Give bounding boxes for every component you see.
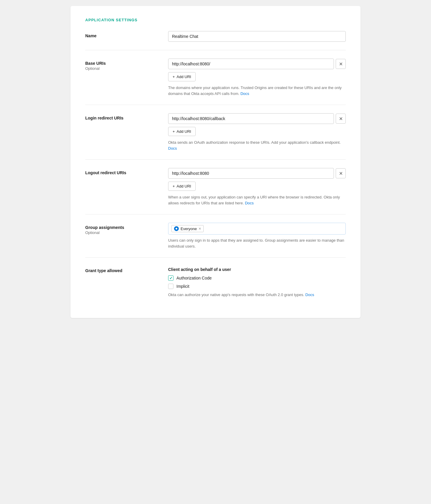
group-assignments-help: Users can only sign in to apps that they… [168,238,346,249]
group-assignments-sublabel: Optional [85,230,168,235]
login-redirect-row: Login redirect URIs ✕ + Add URI Okta sen… [85,113,346,151]
application-settings-card: APPLICATION SETTINGS Name Base URIs Opti… [70,6,361,318]
logout-redirect-input[interactable] [168,168,334,179]
base-uris-sublabel: Optional [85,66,168,71]
login-redirect-label-col: Login redirect URIs [85,113,168,120]
grant-type-help: Okta can authorize your native app's req… [168,292,346,298]
authorization-code-checkbox[interactable]: ✓ [168,275,173,281]
logout-redirect-label: Logout redirect URIs [85,170,168,175]
base-uris-label: Base URIs [85,61,168,66]
authorization-code-row: ✓ Authorization Code [168,275,346,281]
base-uris-add-button[interactable]: + Add URI [168,72,196,81]
grant-type-docs-link[interactable]: Docs [305,293,314,297]
group-assignments-label: Group assignments [85,225,168,230]
logout-redirect-clear-button[interactable]: ✕ [336,168,346,178]
tag-radio-icon [174,226,179,231]
section-title: APPLICATION SETTINGS [85,18,346,22]
login-redirect-control-col: ✕ + Add URI Okta sends an OAuth authoriz… [168,113,346,151]
logout-redirect-control-col: ✕ + Add URI When a user signs out, your … [168,168,346,206]
group-assignments-label-col: Group assignments Optional [85,223,168,235]
implicit-label: Implicit [176,284,189,289]
implicit-checkbox[interactable] [168,284,173,289]
everyone-tag[interactable]: Everyone × [171,225,204,232]
login-redirect-docs-link[interactable]: Docs [168,146,177,151]
logout-redirect-docs-link[interactable]: Docs [245,201,254,205]
name-label-col: Name [85,31,168,38]
login-redirect-label: Login redirect URIs [85,116,168,120]
login-redirect-help: Okta sends an OAuth authorization respon… [168,140,346,151]
name-row: Name [85,31,346,42]
logout-redirect-add-button[interactable]: + Add URI [168,182,196,191]
base-uris-input[interactable] [168,59,334,69]
grant-type-control-col: Client acting on behalf of a user ✓ Auth… [168,266,346,298]
base-uris-help: The domains where your application runs.… [168,85,346,96]
login-redirect-add-label: Add URI [177,129,191,134]
login-redirect-clear-button[interactable]: ✕ [336,114,346,124]
grant-type-group-label: Client acting on behalf of a user [168,267,346,272]
grant-type-row: Grant type allowed Client acting on beha… [85,266,346,298]
logout-redirect-add-label: Add URI [177,184,191,188]
base-uris-docs-link[interactable]: Docs [240,91,249,96]
login-redirect-input[interactable] [168,113,334,124]
login-redirect-input-row: ✕ [168,113,346,124]
grant-type-label-col: Grant type allowed [85,266,168,273]
name-label: Name [85,33,168,38]
group-tag-input[interactable]: Everyone × [168,223,346,235]
grant-type-label: Grant type allowed [85,268,168,273]
group-assignments-row: Group assignments Optional Everyone × Us… [85,223,346,249]
base-uris-input-row: ✕ [168,59,346,69]
base-uris-add-label: Add URI [177,75,191,79]
grant-type-section: Client acting on behalf of a user ✓ Auth… [168,267,346,298]
tag-radio-inner [176,228,177,230]
plus-icon: + [173,75,175,79]
base-uris-row: Base URIs Optional ✕ + Add URI The domai… [85,59,346,96]
login-redirect-add-button[interactable]: + Add URI [168,127,196,136]
checkmark-icon: ✓ [169,276,173,280]
plus-icon-3: + [173,184,175,188]
plus-icon-2: + [173,129,175,134]
tag-remove-button[interactable]: × [199,227,201,231]
name-input[interactable] [168,31,346,42]
logout-redirect-row: Logout redirect URIs ✕ + Add URI When a … [85,168,346,206]
name-control-col [168,31,346,42]
implicit-row: Implicit [168,284,346,289]
tag-label: Everyone [181,227,197,231]
authorization-code-label: Authorization Code [176,276,212,280]
logout-redirect-input-row: ✕ [168,168,346,179]
logout-redirect-help: When a user signs out, your application … [168,194,346,206]
group-assignments-control-col: Everyone × Users can only sign in to app… [168,223,346,249]
base-uris-label-col: Base URIs Optional [85,59,168,71]
logout-redirect-label-col: Logout redirect URIs [85,168,168,175]
base-uris-clear-button[interactable]: ✕ [336,59,346,69]
base-uris-control-col: ✕ + Add URI The domains where your appli… [168,59,346,96]
